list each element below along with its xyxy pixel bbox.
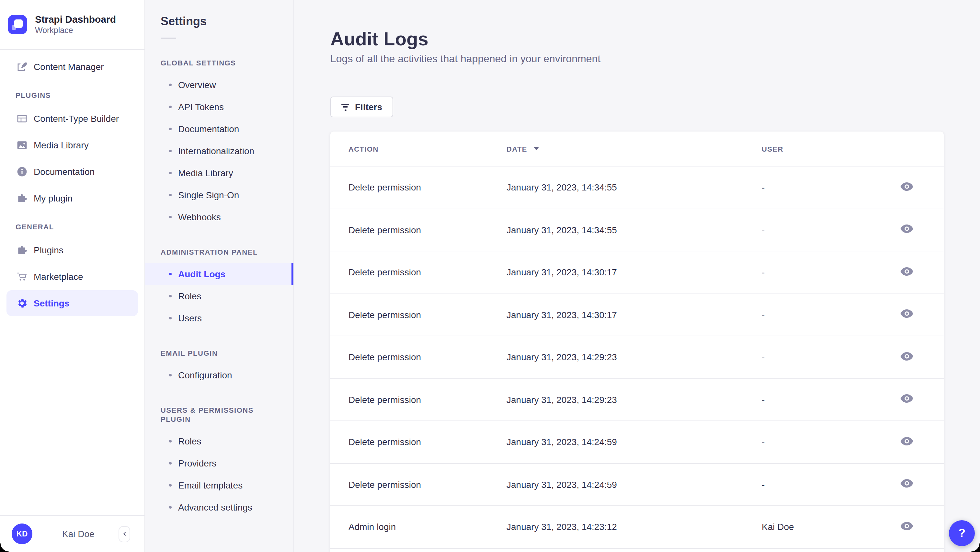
sidebar-item-media-library[interactable]: Media Library <box>6 132 138 158</box>
subnav-item-api-tokens[interactable]: API Tokens <box>145 96 293 118</box>
sidebar-item-label: Plugins <box>34 245 64 255</box>
bullet-icon <box>169 462 172 465</box>
workspace-brand: Strapi Dashboard Workplace <box>0 0 145 50</box>
sidebar-item-label: My plugin <box>34 193 73 204</box>
eye-icon <box>900 182 913 193</box>
view-log-button[interactable] <box>896 474 917 495</box>
cell-user: - <box>762 479 888 490</box>
view-log-button[interactable] <box>896 347 917 367</box>
sidebar-item-my-plugin[interactable]: My plugin <box>6 185 138 211</box>
subnav-item-single-sign-on[interactable]: Single Sign-On <box>145 184 293 206</box>
subnav-item-admin-users[interactable]: Users <box>145 307 293 329</box>
bullet-icon <box>169 273 172 275</box>
cell-user: - <box>762 310 888 320</box>
sidebar-item-content-manager[interactable]: Content Manager <box>6 54 138 80</box>
cell-date: January 31, 2023, 14:24:59 <box>506 479 762 490</box>
sidebar-item-plugins[interactable]: Plugins <box>6 237 138 263</box>
cell-action: Admin login <box>348 522 506 532</box>
cell-user: - <box>762 182 888 193</box>
view-log-button[interactable] <box>896 304 917 325</box>
view-log-button[interactable] <box>896 432 917 453</box>
view-log-button[interactable] <box>896 390 917 410</box>
sidebar-item-marketplace[interactable]: Marketplace <box>6 264 138 290</box>
bullet-icon <box>169 106 172 108</box>
eye-icon <box>900 267 913 278</box>
subnav-item-overview[interactable]: Overview <box>145 74 293 96</box>
cell-action: Delete permission <box>348 479 506 490</box>
eye-icon <box>900 437 913 448</box>
table-row: Delete permission January 31, 2023, 14:2… <box>330 336 944 379</box>
sidebar-item-documentation[interactable]: Documentation <box>6 159 138 185</box>
subnav-divider <box>161 38 176 39</box>
table-row: Delete permission January 31, 2023, 14:2… <box>330 379 944 421</box>
sidebar-collapse-button[interactable] <box>119 526 130 542</box>
subnav-item-webhooks[interactable]: Webhooks <box>145 206 293 228</box>
cell-date: January 31, 2023, 14:34:55 <box>506 182 762 193</box>
view-log-button[interactable] <box>896 177 917 198</box>
user-avatar: KD <box>12 523 32 544</box>
eye-icon <box>900 352 913 363</box>
page-subtitle: Logs of all the activities that happened… <box>330 53 944 65</box>
cell-user: - <box>762 437 888 447</box>
eye-icon <box>900 522 913 533</box>
cell-action: Delete permission <box>348 182 506 193</box>
bullet-icon <box>169 194 172 196</box>
cell-user: - <box>762 267 888 278</box>
cell-date: January 31, 2023, 14:24:59 <box>506 437 762 447</box>
subnav-item-providers[interactable]: Providers <box>145 452 293 474</box>
subnav-item-configuration[interactable]: Configuration <box>145 364 293 386</box>
sidebar-item-content-type-builder[interactable]: Content-Type Builder <box>6 106 138 132</box>
sidebar-item-label: Settings <box>34 298 69 309</box>
view-log-button[interactable] <box>896 262 917 283</box>
main-sidebar: Strapi Dashboard Workplace Content Manag… <box>0 0 145 552</box>
sidebar-section-plugins: PLUGINS <box>6 91 138 99</box>
subnav-item-media-library[interactable]: Media Library <box>145 162 293 184</box>
subnav-item-email-templates[interactable]: Email templates <box>145 474 293 496</box>
bullet-icon <box>169 84 172 86</box>
sort-desc-icon <box>534 147 539 150</box>
cell-date: January 31, 2023, 14:23:12 <box>506 522 762 532</box>
cell-action: Delete permission <box>348 267 506 278</box>
cell-action: Delete permission <box>348 310 506 320</box>
subnav-item-admin-roles[interactable]: Roles <box>145 285 293 307</box>
table-row: Admin login January 31, 2023, 14:23:12 K… <box>330 506 944 549</box>
column-header-action[interactable]: ACTION <box>348 145 506 153</box>
subnav-section-global-settings: GLOBAL SETTINGS <box>161 58 278 67</box>
table-row: Delete permission January 31, 2023, 14:2… <box>330 421 944 464</box>
bullet-icon <box>169 440 172 442</box>
cell-date: January 31, 2023, 14:34:55 <box>506 225 762 235</box>
table-row: Delete permission January 31, 2023, 14:2… <box>330 464 944 506</box>
view-log-button[interactable] <box>896 517 917 538</box>
bullet-icon <box>169 295 172 297</box>
app-window: Strapi Dashboard Workplace Content Manag… <box>0 0 980 552</box>
column-header-date[interactable]: DATE <box>506 145 762 153</box>
subnav-item-up-roles[interactable]: Roles <box>145 430 293 452</box>
cell-action: Delete permission <box>348 437 506 447</box>
user-name: Kai Doe <box>62 529 95 539</box>
sidebar-item-label: Content-Type Builder <box>34 113 119 124</box>
bullet-icon <box>169 172 172 174</box>
settings-subnav: Settings GLOBAL SETTINGS Overview API To… <box>145 0 294 552</box>
cell-action: Delete permission <box>348 225 506 235</box>
sidebar-item-label: Content Manager <box>34 62 103 72</box>
subnav-item-audit-logs[interactable]: Audit Logs <box>145 263 293 285</box>
sidebar-item-settings[interactable]: Settings <box>6 290 138 316</box>
subnav-item-documentation[interactable]: Documentation <box>145 118 293 140</box>
column-header-user[interactable]: USER <box>762 145 888 153</box>
subnav-item-internationalization[interactable]: Internationalization <box>145 140 293 162</box>
table-row: Delete permission January 31, 2023, 14:3… <box>330 251 944 294</box>
bullet-icon <box>169 506 172 509</box>
cell-user: - <box>762 352 888 363</box>
feather-pen-icon <box>16 60 29 73</box>
filters-button[interactable]: Filters <box>330 97 393 117</box>
puzzle-icon <box>16 192 29 205</box>
eye-icon <box>900 479 913 490</box>
subnav-item-advanced-settings[interactable]: Advanced settings <box>145 496 293 518</box>
bullet-icon <box>169 317 172 320</box>
view-log-button[interactable] <box>896 220 917 240</box>
help-button[interactable]: ? <box>949 520 975 546</box>
subnav-section-users-permissions-plugin: USERS & PERMISSIONS PLUGIN <box>161 406 278 424</box>
cell-user: - <box>762 225 888 235</box>
table-row: Delete permission January 31, 2023, 14:3… <box>330 209 944 251</box>
cell-date: January 31, 2023, 14:29:23 <box>506 395 762 405</box>
